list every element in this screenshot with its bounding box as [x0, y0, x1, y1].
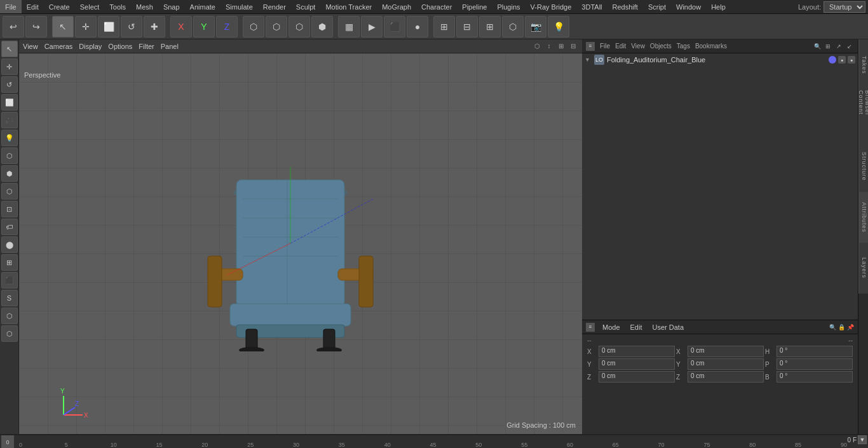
expand-icon[interactable]: ↗ [834, 42, 843, 51]
x-axis[interactable]: X [170, 16, 192, 37]
render-toggle[interactable]: ● [848, 56, 855, 64]
attr-search-icon[interactable]: 🔍 [829, 324, 836, 330]
menu-vray[interactable]: V-Ray Bridge [526, 0, 577, 13]
camera-btn[interactable]: 📷 [525, 16, 546, 37]
side-tab-structure[interactable]: Structure [858, 141, 868, 192]
visibility-toggle[interactable]: ● [838, 56, 846, 64]
h-field[interactable]: 0 ° [776, 346, 853, 357]
grid-btn[interactable]: ⊞ [479, 16, 501, 37]
attr-tab-edit[interactable]: Edit [628, 323, 645, 331]
scale-tool[interactable]: ⬜ [98, 16, 119, 37]
object-mode[interactable]: ⬡ [243, 16, 264, 37]
transform-tool[interactable]: ✚ [144, 16, 165, 37]
frame-menu-btn[interactable]: ▼ [858, 435, 867, 444]
b-field[interactable]: 0 ° [776, 371, 853, 383]
edit-menu-rp[interactable]: Edit [615, 43, 626, 50]
file-menu-rp[interactable]: File [600, 43, 610, 50]
attr-pin-icon[interactable]: 📌 [847, 324, 854, 330]
viewport-icon-4[interactable]: ⊟ [568, 41, 578, 51]
viewport-icon-3[interactable]: ⊞ [556, 41, 566, 51]
x2-field[interactable]: 0 cm [688, 346, 764, 357]
workplane-btn[interactable]: ⬡ [502, 16, 524, 37]
lt-camera[interactable]: 🎥 [1, 112, 18, 128]
menu-redshift[interactable]: Redshift [607, 0, 643, 13]
timeline-ruler[interactable]: 0 0 5 10 15 20 25 30 35 40 45 50 [0, 435, 868, 448]
select-tool[interactable]: ↖ [52, 16, 74, 37]
menu-sculpt[interactable]: Sculpt [291, 0, 321, 13]
viewport-icon-1[interactable]: ⬡ [532, 41, 542, 51]
rotate-tool[interactable]: ↺ [121, 16, 142, 37]
viewport-icon-2[interactable]: ↕ [544, 41, 554, 51]
vp-menu-cameras[interactable]: Cameras [44, 43, 73, 50]
menu-character[interactable]: Character [416, 0, 457, 13]
menu-tools[interactable]: Tools [104, 0, 131, 13]
move-tool[interactable]: ✛ [75, 16, 97, 37]
vp-menu-view[interactable]: View [23, 43, 38, 50]
vp-menu-display[interactable]: Display [79, 43, 102, 50]
redo-button[interactable]: ↪ [25, 16, 47, 37]
lt-tag[interactable]: 🏷 [1, 219, 18, 235]
menu-help[interactable]: Help [706, 0, 731, 13]
render-region[interactable]: ▦ [338, 16, 360, 37]
menu-create[interactable]: Create [44, 0, 75, 13]
collapse-icon[interactable]: ↙ [845, 42, 854, 51]
lt-scale[interactable]: ⬜ [1, 94, 18, 111]
lt-nurbs[interactable]: ⬢ [1, 165, 18, 182]
menu-simulate[interactable]: Simulate [220, 0, 258, 13]
menu-pipeline[interactable]: Pipeline [457, 0, 492, 13]
render-all[interactable]: ⬛ [384, 16, 405, 37]
lt-mesh[interactable]: ⬡ [1, 147, 18, 164]
menu-animate[interactable]: Animate [185, 0, 220, 13]
y-axis[interactable]: Y [193, 16, 215, 37]
side-tab-attributes[interactable]: Attributes [858, 192, 868, 243]
tags-menu-rp[interactable]: Tags [677, 43, 690, 50]
lt-light[interactable]: 💡 [1, 130, 18, 146]
tree-item-chair[interactable]: ▼ LO Folding_Auditorium_Chair_Blue ● ● [582, 53, 858, 66]
x-pos-field[interactable]: 0 cm [599, 346, 675, 357]
y2-field[interactable]: 0 cm [688, 358, 764, 370]
lt-move[interactable]: ✛ [1, 58, 18, 75]
light-btn[interactable]: 💡 [548, 16, 569, 37]
objects-menu-rp[interactable]: Objects [650, 43, 672, 50]
search-icon[interactable]: 🔍 [813, 42, 822, 51]
vp-menu-panel[interactable]: Panel [161, 43, 179, 50]
menu-script[interactable]: Script [643, 0, 671, 13]
vp-menu-filter[interactable]: Filter [139, 43, 154, 50]
layout-dropdown[interactable]: Startup [824, 1, 865, 13]
attr-tab-mode[interactable]: Mode [600, 323, 623, 331]
menu-file[interactable]: File [0, 0, 22, 13]
quantize-btn[interactable]: ⊟ [456, 16, 478, 37]
layout-selector[interactable]: Layout: Startup [798, 1, 865, 13]
lt-snap[interactable]: ⊞ [1, 254, 18, 271]
menu-mograph[interactable]: MoGraph [377, 0, 416, 13]
edge-mode[interactable]: ⬡ [288, 16, 310, 37]
render-active[interactable]: ▶ [361, 16, 383, 37]
vp-menu-options[interactable]: Options [108, 43, 132, 50]
lt-plugin2[interactable]: ⬡ [1, 308, 18, 324]
menu-edit[interactable]: Edit [22, 0, 44, 13]
lt-plugin1[interactable]: S [1, 290, 18, 306]
menu-motion-tracker[interactable]: Motion Tracker [320, 0, 377, 13]
p-field[interactable]: 0 ° [776, 358, 853, 370]
filter-icon[interactable]: ⊞ [824, 42, 832, 51]
lt-effector[interactable]: ⊡ [1, 201, 18, 217]
render-settings[interactable]: ● [407, 16, 428, 37]
menu-plugins[interactable]: Plugins [492, 0, 525, 13]
point-mode[interactable]: ⬡ [266, 16, 287, 37]
menu-snap[interactable]: Snap [158, 0, 185, 13]
z-field[interactable]: 0 cm [599, 371, 675, 383]
menu-window[interactable]: Window [671, 0, 706, 13]
lt-material[interactable]: ⬤ [1, 236, 18, 253]
menu-render[interactable]: Render [258, 0, 291, 13]
z2-field[interactable]: 0 cm [688, 371, 764, 383]
view-menu-rp[interactable]: View [631, 43, 645, 50]
undo-button[interactable]: ↩ [3, 16, 24, 37]
side-tab-layers[interactable]: Layers [858, 243, 868, 294]
attr-tab-userdata[interactable]: User Data [650, 323, 687, 331]
z-axis[interactable]: Z [216, 16, 238, 37]
attr-lock-icon[interactable]: 🔒 [838, 324, 845, 330]
lt-plugin3[interactable]: ⬡ [1, 325, 18, 342]
menu-select[interactable]: Select [75, 0, 105, 13]
poly-mode[interactable]: ⬢ [311, 16, 333, 37]
viewport-canvas[interactable]: Perspective [19, 53, 582, 434]
